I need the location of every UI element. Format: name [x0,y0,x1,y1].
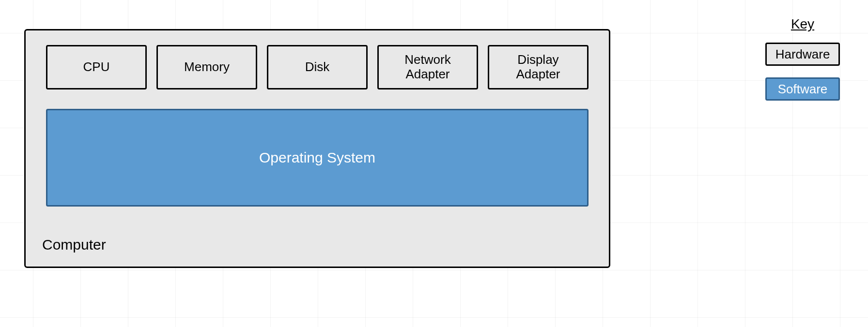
hardware-label: NetworkAdapter [404,53,450,82]
hardware-box-network-adapter: NetworkAdapter [377,45,478,89]
operating-system-label: Operating System [259,149,375,166]
hardware-label: Memory [184,60,230,74]
legend: Key Hardware Software [765,16,840,112]
hardware-box-disk: Disk [267,45,368,89]
legend-item-hardware: Hardware [765,43,840,66]
computer-label: Computer [42,237,106,253]
hardware-label: Disk [305,60,330,74]
hardware-label: DisplayAdapter [516,53,560,82]
legend-software-label: Software [778,82,828,97]
hardware-box-display-adapter: DisplayAdapter [488,45,589,89]
legend-item-software: Software [765,77,840,101]
legend-title: Key [791,16,814,32]
hardware-box-cpu: CPU [46,45,147,89]
diagram-canvas: CPU Memory Disk NetworkAdapter DisplayAd… [0,0,868,327]
operating-system-box: Operating System [46,109,589,207]
hardware-row: CPU Memory Disk NetworkAdapter DisplayAd… [46,45,589,89]
hardware-label: CPU [83,60,110,74]
legend-hardware-label: Hardware [775,47,830,62]
hardware-box-memory: Memory [156,45,257,89]
computer-container: CPU Memory Disk NetworkAdapter DisplayAd… [24,29,610,268]
